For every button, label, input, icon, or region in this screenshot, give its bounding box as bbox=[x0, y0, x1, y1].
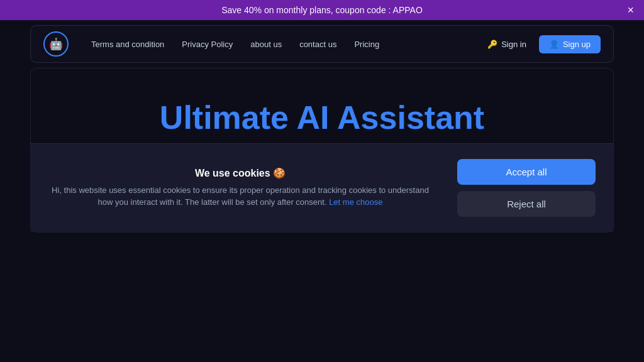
signup-label: Sign up bbox=[563, 40, 591, 49]
nav-link-about[interactable]: about us bbox=[243, 36, 289, 53]
cookie-learn-more-link[interactable]: Let me choose bbox=[329, 197, 382, 207]
nav-actions: 🔑 Sign in 👤 Sign up bbox=[477, 35, 601, 53]
reject-all-button[interactable]: Reject all bbox=[457, 191, 596, 217]
signin-icon: 🔑 bbox=[487, 40, 497, 49]
cookie-banner: We use cookies 🍪 Hi, this website uses e… bbox=[31, 143, 613, 232]
hero-title: Ultimate AI Assistant bbox=[43, 100, 601, 136]
nav-link-privacy[interactable]: Privacy Policy bbox=[174, 36, 240, 53]
cookie-title: We use cookies 🍪 bbox=[48, 167, 432, 179]
signin-label: Sign in bbox=[501, 40, 526, 49]
cookie-actions: Accept all Reject all bbox=[457, 159, 596, 217]
signup-icon: 👤 bbox=[549, 40, 559, 49]
logo[interactable]: 🤖 bbox=[43, 31, 69, 57]
nav-link-contact[interactable]: contact us bbox=[292, 36, 344, 53]
signin-button[interactable]: 🔑 Sign in bbox=[477, 35, 536, 53]
accept-all-button[interactable]: Accept all bbox=[457, 159, 596, 185]
nav-links: Terms and condition Privacy Policy about… bbox=[84, 36, 472, 53]
banner-close-button[interactable]: × bbox=[627, 4, 634, 17]
promo-banner: Save 40% on monthly plans, coupon code :… bbox=[0, 0, 644, 20]
signup-button[interactable]: 👤 Sign up bbox=[539, 35, 601, 53]
cookie-text-block: We use cookies 🍪 Hi, this website uses e… bbox=[48, 167, 432, 209]
logo-icon: 🤖 bbox=[49, 37, 63, 51]
navbar: 🤖 Terms and condition Privacy Policy abo… bbox=[30, 25, 614, 63]
hero-section: Ultimate AI Assistant Use AI to help boo… bbox=[30, 68, 614, 233]
promo-text: Save 40% on monthly plans, coupon code :… bbox=[221, 5, 423, 15]
nav-link-terms[interactable]: Terms and condition bbox=[84, 36, 172, 53]
nav-link-pricing[interactable]: Pricing bbox=[347, 36, 387, 53]
cookie-description: Hi, this website uses essential cookies … bbox=[48, 184, 432, 209]
